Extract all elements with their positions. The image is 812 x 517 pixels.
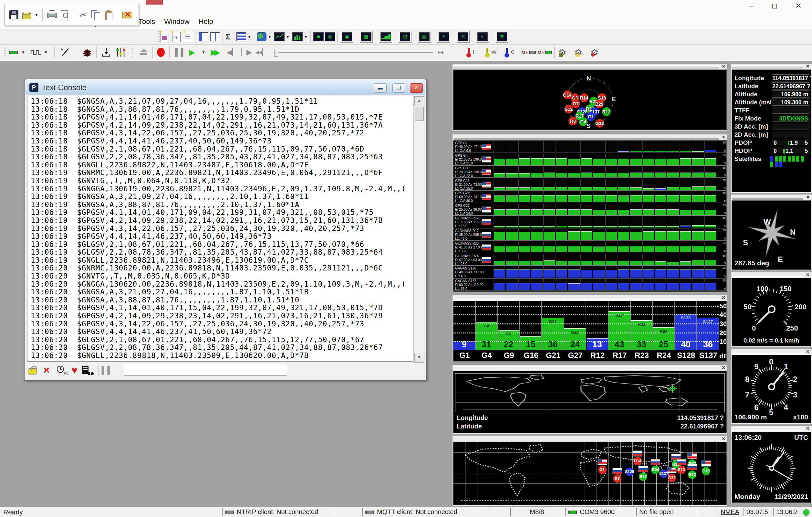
status-file[interactable]: No file open <box>636 508 698 516</box>
new-packet-view-icon[interactable]: ✦ <box>161 31 169 43</box>
signal-strength-close-icon[interactable]: ✕ <box>722 295 725 300</box>
clock-panel-strip[interactable]: ✕ <box>731 426 812 431</box>
status-utc-time[interactable]: 13:06:2 <box>773 508 801 516</box>
signal-strength-panel-strip[interactable]: ✕ <box>453 295 727 300</box>
baudrate-dropdown-icon[interactable]: ▼ <box>44 46 48 58</box>
scroll-up-icon[interactable]: ▲ <box>414 96 424 106</box>
heartbeat-icon[interactable]: ♥ <box>72 365 78 376</box>
menu-help[interactable]: Help <box>194 15 218 28</box>
compass-close-icon[interactable]: ✕ <box>806 195 810 200</box>
status-protocol[interactable]: NMEA <box>718 508 742 516</box>
docked-view-8-icon[interactable]: ◐ <box>476 31 489 43</box>
message-poll-icon[interactable]: M+ <box>521 46 539 58</box>
record-icon[interactable] <box>157 46 165 58</box>
revert-config-icon[interactable]: ⚙ <box>590 46 599 58</box>
fast-forward-icon[interactable]: ▶▶ <box>211 46 218 58</box>
autoscroll-lock-icon[interactable] <box>27 366 37 375</box>
copy-icon[interactable] <box>90 9 102 20</box>
status-runtime[interactable]: 03:07:5 <box>744 508 772 516</box>
console-log[interactable]: 13:06:18 $GNGSA,A,3,21,07,09,27,04,16,,,… <box>27 96 413 362</box>
load-config-icon[interactable]: ⚙ <box>574 46 582 58</box>
data-panel-close-icon[interactable]: ✕ <box>806 64 810 69</box>
console-restore-icon[interactable]: ❐ <box>393 83 405 93</box>
menu-window[interactable]: Window <box>160 15 194 28</box>
playback-slider[interactable] <box>274 52 433 53</box>
split-vertical-icon[interactable] <box>210 31 220 43</box>
status-ntrip[interactable]: NTRIP client: Not connected <box>222 508 334 516</box>
eject-icon[interactable] <box>139 46 149 58</box>
docked-view-4-icon[interactable]: ⨁ <box>399 31 411 43</box>
deviation-map-icon[interactable]: ■ <box>313 31 324 43</box>
table-view-dropdown-icon[interactable]: ▼ <box>248 31 251 43</box>
text-console-title-bar[interactable]: P Text Console ▬ ❐ ✕ <box>26 80 425 95</box>
map-view-icon[interactable] <box>257 31 266 43</box>
docked-view-2-icon[interactable]: ▦ <box>360 31 373 43</box>
new-binary-view-icon[interactable]: ✦01 <box>172 31 180 43</box>
statistics-view-icon[interactable]: Σ <box>226 31 230 43</box>
minimize-icon[interactable]: – <box>742 1 760 11</box>
satellite-map-panel-strip[interactable]: ✕ <box>453 436 727 442</box>
clear-console-icon[interactable]: ✕ <box>43 366 50 375</box>
compass-panel-strip[interactable]: ✕ <box>731 195 812 200</box>
playback-slider-thumb[interactable] <box>274 49 278 57</box>
speedometer-panel-strip[interactable]: ✕ <box>731 272 812 278</box>
hot-start-icon[interactable]: H <box>465 46 477 58</box>
scrollbar-thumb[interactable] <box>415 107 424 121</box>
docked-view-3-icon[interactable]: ▂▅▇ <box>379 31 392 43</box>
table-view-icon[interactable] <box>236 31 246 43</box>
debug-bug-icon[interactable] <box>82 46 92 58</box>
play-dropdown-icon[interactable]: ▼ <box>202 46 205 58</box>
docked-view-7-icon[interactable]: ✕ <box>457 31 470 43</box>
step-back-icon[interactable]: ◀▏ <box>227 46 238 58</box>
docked-view-6-icon[interactable]: ✶ <box>437 31 450 43</box>
sky-view-close-icon[interactable]: ✕ <box>722 64 725 69</box>
save-config-icon[interactable]: ⚙ <box>558 46 566 58</box>
text-console-window[interactable]: P Text Console ▬ ❐ ✕ 13:06:18 $GNGSA,A,3… <box>24 79 427 381</box>
world-position-close-icon[interactable]: ✕ <box>722 365 725 370</box>
warm-start-icon[interactable]: W <box>484 46 496 58</box>
toolbar-grip[interactable] <box>2 46 7 58</box>
data-panel-strip[interactable]: ✕ <box>731 64 812 69</box>
status-mqtt[interactable]: MQTT client: Not connected <box>362 508 474 516</box>
baudrate-icon[interactable] <box>30 46 41 58</box>
console-scrollbar[interactable]: ▲ ▼ <box>414 96 425 363</box>
signal-history-close-icon[interactable]: ✕ <box>722 135 725 140</box>
world-position-panel-strip[interactable]: ✕ <box>453 365 727 370</box>
console-close-icon[interactable]: ✕ <box>410 83 423 93</box>
status-receiver-model[interactable]: M8/8 <box>510 508 563 516</box>
skip-to-end-icon[interactable]: ↦ <box>438 46 444 58</box>
step-forward-icon[interactable]: ▏▶ <box>241 46 252 58</box>
message-enable-icon[interactable]: M+ <box>538 46 555 58</box>
console-pause-icon[interactable]: ▌▌ <box>102 366 113 374</box>
paste-icon[interactable] <box>104 9 114 20</box>
print-icon[interactable] <box>46 9 57 20</box>
histogram-view-dropdown-icon[interactable]: ▼ <box>304 31 308 43</box>
status-com-port[interactable]: COM3 9600 <box>565 508 635 516</box>
histogram-view-icon[interactable] <box>292 31 302 43</box>
sky-view-icon[interactable]: ◎ <box>325 31 335 43</box>
print-preview-icon[interactable] <box>59 9 70 20</box>
new-text-view-icon[interactable]: ✦ <box>184 31 192 43</box>
open-file-icon[interactable] <box>21 9 32 20</box>
altimeter-panel-strip[interactable]: ✕ <box>731 349 812 354</box>
autobaud-wand-icon[interactable] <box>59 46 71 58</box>
close-icon[interactable]: ✕ <box>789 1 808 11</box>
pause-icon[interactable]: ▌▌ <box>175 46 186 58</box>
scroll-down-icon[interactable]: ▼ <box>414 353 424 363</box>
pc-time-icon[interactable]: PC <box>56 365 69 375</box>
chart-view-dropdown-icon[interactable]: ▼ <box>286 31 290 43</box>
cut-icon[interactable]: ✂ <box>78 9 88 20</box>
log-search-icon[interactable] <box>82 366 94 375</box>
connect-dropdown-icon[interactable]: ▼ <box>21 46 25 58</box>
docked-view-1-icon[interactable]: ◉ <box>341 31 353 43</box>
clock-close-icon[interactable]: ✕ <box>806 426 810 431</box>
firmware-download-icon[interactable] <box>102 46 111 58</box>
signal-history-panel-strip[interactable]: ✕ <box>453 135 727 140</box>
console-filter-input[interactable] <box>124 365 287 376</box>
speedometer-close-icon[interactable]: ✕ <box>806 272 810 277</box>
message-filter-icon[interactable] <box>115 46 126 58</box>
chart-view-icon[interactable] <box>274 31 285 43</box>
satellite-map-close-icon[interactable]: ✕ <box>722 436 725 441</box>
cold-start-icon[interactable]: C <box>503 46 515 58</box>
map-view-dropdown-icon[interactable]: ▼ <box>268 31 272 43</box>
